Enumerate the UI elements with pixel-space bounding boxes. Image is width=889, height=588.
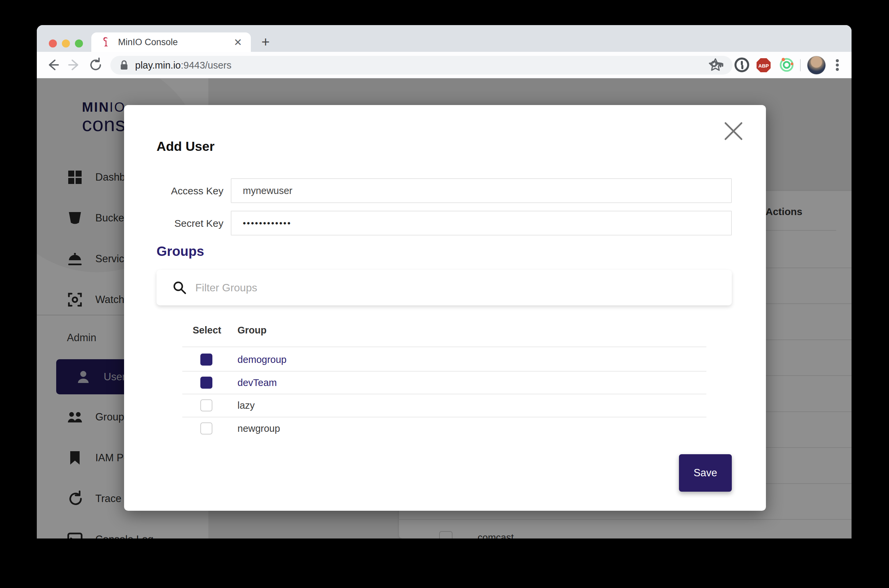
access-key-label: Access Key <box>156 185 223 196</box>
onepassword-extension-icon[interactable] <box>734 57 750 73</box>
back-arrow-icon[interactable] <box>45 57 61 73</box>
browser-toolbar: play.min.io:9443/users ABP <box>37 52 852 78</box>
fullscreen-window-button[interactable] <box>75 39 83 48</box>
green-extension-icon[interactable] <box>779 57 795 73</box>
url-text: play.min.io:9443/users <box>135 60 710 71</box>
group-column-header: Group <box>237 325 267 336</box>
modal-title: Add User <box>156 139 214 154</box>
secret-key-field[interactable] <box>231 211 732 236</box>
address-bar[interactable]: play.min.io:9443/users <box>110 56 733 75</box>
new-tab-button[interactable]: + <box>259 36 271 48</box>
group-name-link[interactable]: demogroup <box>237 354 286 365</box>
modal-groups-rows: demogroup devTeam lazy newgroup <box>182 348 706 440</box>
minimize-window-button[interactable] <box>62 39 70 48</box>
toolbar-separator <box>800 59 801 71</box>
tab-title: MinIO Console <box>118 37 234 48</box>
group-checkbox[interactable] <box>200 376 212 388</box>
screenshot-root: MinIO Console ✕ + play.min.io <box>0 0 889 588</box>
group-checkbox[interactable] <box>200 399 212 411</box>
search-icon <box>172 280 187 296</box>
url-host: play.min.io <box>135 60 181 70</box>
lock-icon[interactable] <box>119 60 129 71</box>
group-row: lazy <box>182 394 706 417</box>
minio-flamingo-favicon <box>101 36 111 48</box>
groups-heading: Groups <box>156 244 204 259</box>
forward-arrow-icon[interactable] <box>66 57 82 73</box>
bookmark-star-icon[interactable] <box>708 57 723 73</box>
group-row: newgroup <box>182 417 706 440</box>
group-row: demogroup <box>182 348 706 372</box>
browser-tab[interactable]: MinIO Console ✕ <box>91 33 251 52</box>
modal-close-icon[interactable] <box>722 120 745 142</box>
close-window-button[interactable] <box>49 39 57 48</box>
browser-window: MinIO Console ✕ + play.min.io <box>37 25 852 538</box>
add-user-modal: Add User Access Key Secret Key Groups Se… <box>124 105 766 511</box>
group-name-link[interactable]: devTeam <box>237 377 277 388</box>
save-button[interactable]: Save <box>679 454 732 492</box>
abp-label: ABP <box>758 63 769 69</box>
reload-icon[interactable] <box>88 57 104 73</box>
secret-key-label: Secret Key <box>156 218 223 229</box>
filter-groups-input[interactable] <box>195 281 732 294</box>
filter-groups-card <box>156 270 732 305</box>
url-path: :9443/users <box>181 60 231 70</box>
access-key-field[interactable] <box>231 178 732 203</box>
abp-extension-icon[interactable]: ABP <box>756 57 771 73</box>
select-column-header: Select <box>193 325 221 336</box>
browser-menu-icon[interactable] <box>835 58 839 73</box>
group-checkbox[interactable] <box>200 422 212 435</box>
group-checkbox[interactable] <box>200 354 212 366</box>
tab-strip: MinIO Console ✕ + <box>37 25 852 52</box>
tab-close-icon[interactable]: ✕ <box>234 36 242 48</box>
profile-avatar[interactable] <box>807 56 826 75</box>
group-name-link[interactable]: lazy <box>237 400 255 411</box>
groups-header-divider <box>182 346 706 347</box>
group-row: devTeam <box>182 372 706 394</box>
group-name-link[interactable]: newgroup <box>237 423 280 434</box>
